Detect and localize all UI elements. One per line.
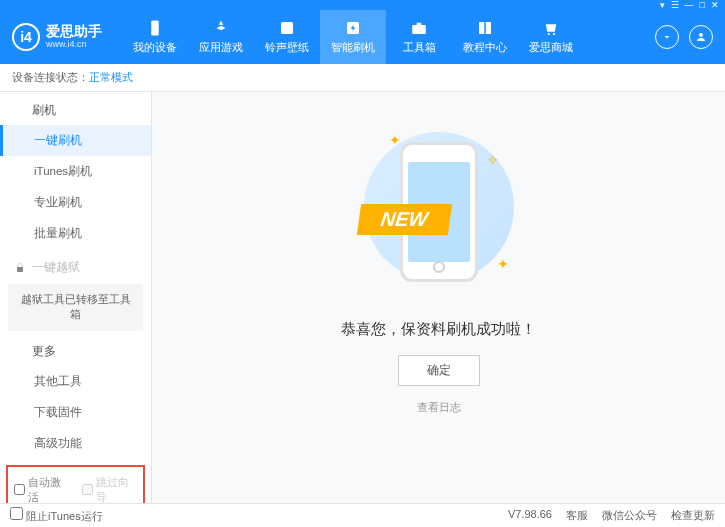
user-icon (695, 31, 707, 43)
svg-rect-4 (417, 23, 422, 25)
logo-icon: i4 (12, 23, 40, 51)
book-icon (476, 19, 494, 37)
top-nav: 我的设备 应用游戏 铃声壁纸 智能刷机 工具箱 教程中心 爱思商城 (122, 10, 655, 64)
list-icon (14, 345, 26, 357)
logo: i4 爱思助手 www.i4.cn (12, 23, 102, 51)
toolbox-icon (410, 19, 428, 37)
status-bar: 设备连接状态： 正常模式 (0, 64, 725, 92)
list-icon (14, 105, 26, 117)
download-button[interactable] (655, 25, 679, 49)
svg-point-7 (699, 33, 703, 37)
success-illustration: ✦ ✧ ✦ NEW (339, 122, 539, 302)
sidebar-item-onekey-flash[interactable]: 一键刷机 (0, 125, 151, 156)
nav-tutorial[interactable]: 教程中心 (452, 10, 518, 64)
header-actions (655, 25, 713, 49)
sidebar-jailbreak-notice: 越狱工具已转移至工具箱 (8, 284, 143, 331)
logo-url: www.i4.cn (46, 40, 102, 50)
nav-ringtone[interactable]: 铃声壁纸 (254, 10, 320, 64)
phone-icon (146, 19, 164, 37)
block-itunes-checkbox[interactable]: 阻止iTunes运行 (10, 507, 103, 524)
settings-icon[interactable]: ☰ (671, 0, 679, 10)
sidebar-item-batch-flash[interactable]: 批量刷机 (0, 218, 151, 249)
sidebar-group-more[interactable]: 更多 (0, 333, 151, 366)
support-link[interactable]: 客服 (566, 508, 588, 523)
window-controls: ▾ ☰ — □ ✕ (0, 0, 725, 10)
minimize-icon[interactable]: — (685, 0, 694, 10)
download-icon (661, 31, 673, 43)
auto-activate-checkbox[interactable]: 自动激活 (14, 475, 70, 503)
status-label: 设备连接状态： (12, 70, 89, 85)
footer: 阻止iTunes运行 V7.98.66 客服 微信公众号 检查更新 (0, 503, 725, 527)
sidebar-group-jailbreak: 一键越狱 (0, 249, 151, 282)
version-label: V7.98.66 (508, 508, 552, 523)
wechat-link[interactable]: 微信公众号 (602, 508, 657, 523)
view-log-link[interactable]: 查看日志 (417, 400, 461, 415)
nav-my-device[interactable]: 我的设备 (122, 10, 188, 64)
skip-setup-checkbox[interactable]: 跳过向导 (82, 475, 138, 503)
check-update-link[interactable]: 检查更新 (671, 508, 715, 523)
ok-button[interactable]: 确定 (398, 355, 480, 386)
sidebar-item-pro-flash[interactable]: 专业刷机 (0, 187, 151, 218)
header: i4 爱思助手 www.i4.cn 我的设备 应用游戏 铃声壁纸 智能刷机 工具… (0, 10, 725, 64)
success-message: 恭喜您，保资料刷机成功啦！ (341, 320, 536, 339)
options-row: 自动激活 跳过向导 (6, 465, 145, 503)
nav-apps[interactable]: 应用游戏 (188, 10, 254, 64)
svg-rect-1 (281, 22, 293, 34)
profile-button[interactable] (689, 25, 713, 49)
main-panel: ✦ ✧ ✦ NEW 恭喜您，保资料刷机成功啦！ 确定 查看日志 (152, 92, 725, 503)
sidebar-item-other-tools[interactable]: 其他工具 (0, 366, 151, 397)
nav-smart-flash[interactable]: 智能刷机 (320, 10, 386, 64)
menu-icon[interactable]: ▾ (660, 0, 665, 10)
svg-point-6 (553, 33, 555, 35)
wallpaper-icon (278, 19, 296, 37)
maximize-icon[interactable]: □ (700, 0, 705, 10)
svg-rect-0 (151, 21, 159, 36)
svg-point-5 (548, 33, 550, 35)
flash-icon (344, 19, 362, 37)
nav-toolbox[interactable]: 工具箱 (386, 10, 452, 64)
sidebar-item-advanced[interactable]: 高级功能 (0, 428, 151, 459)
lock-icon (14, 262, 26, 274)
sidebar-item-download-firmware[interactable]: 下载固件 (0, 397, 151, 428)
sidebar-item-itunes-flash[interactable]: iTunes刷机 (0, 156, 151, 187)
cart-icon (542, 19, 560, 37)
svg-rect-3 (412, 25, 426, 34)
sidebar: 刷机 一键刷机 iTunes刷机 专业刷机 批量刷机 一键越狱 越狱工具已转移至… (0, 92, 152, 503)
close-icon[interactable]: ✕ (711, 0, 719, 10)
status-mode: 正常模式 (89, 70, 133, 85)
svg-rect-8 (17, 267, 23, 272)
app-icon (212, 19, 230, 37)
logo-title: 爱思助手 (46, 24, 102, 39)
nav-store[interactable]: 爱思商城 (518, 10, 584, 64)
sidebar-group-flash[interactable]: 刷机 (0, 92, 151, 125)
new-ribbon: NEW (356, 204, 451, 235)
